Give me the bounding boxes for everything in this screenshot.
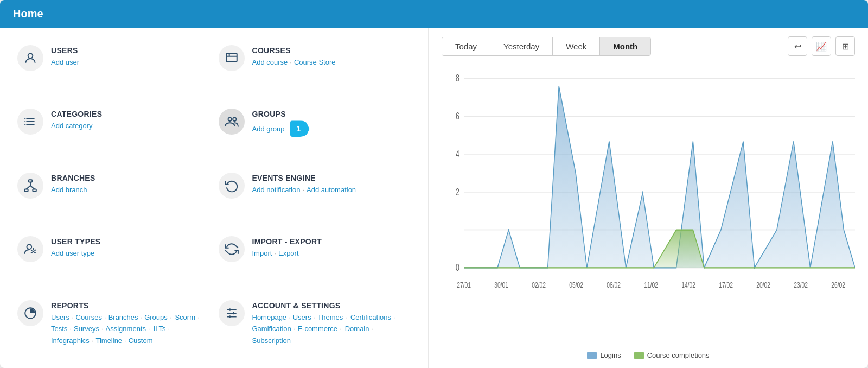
categories-icon <box>23 115 37 129</box>
add-course-link[interactable]: Add course <box>252 57 288 68</box>
reports-timeline-link[interactable]: Timeline <box>95 335 122 346</box>
import-export-icon-circle <box>219 236 245 262</box>
section-categories: CATEGORIES Add category <box>13 102 214 166</box>
reports-scorm-link[interactable]: Scorm <box>175 312 195 323</box>
svg-line-16 <box>26 186 30 189</box>
certifications-link[interactable]: Certifications <box>350 312 391 323</box>
section-reports: REPORTS Users · Courses · Branches · Gro… <box>13 294 214 357</box>
users-icon-circle <box>17 45 43 71</box>
svg-point-8 <box>24 121 25 122</box>
import-export-text: IMPORT - EXPORT Import · Export <box>252 236 322 259</box>
events-engine-text: EVENTS ENGINE Add notification · Add aut… <box>252 173 356 195</box>
reports-tests-link[interactable]: Tests <box>51 323 67 334</box>
reports-ilts-link[interactable]: ILTs <box>154 323 166 334</box>
svg-point-11 <box>233 118 237 122</box>
user-types-title: USER TYPES <box>51 237 101 246</box>
homepage-link[interactable]: Homepage <box>252 312 287 323</box>
add-user-type-link[interactable]: Add user type <box>51 248 94 259</box>
svg-text:26/02: 26/02 <box>831 281 845 289</box>
svg-line-17 <box>30 186 35 189</box>
svg-point-19 <box>33 251 34 252</box>
account-settings-icon-circle <box>219 300 245 326</box>
reports-assignments-link[interactable]: Assignments <box>106 323 146 334</box>
settings-users-link[interactable]: Users <box>293 312 311 323</box>
reports-icon-circle <box>17 300 43 326</box>
chart-controls: Today Yesterday Week Month ↩ 📈 ⊞ <box>442 36 855 56</box>
events-engine-title: EVENTS ENGINE <box>252 174 356 182</box>
grid-chart-icon[interactable]: ⊞ <box>835 36 855 56</box>
reports-title: REPORTS <box>51 301 206 310</box>
reports-branches-link[interactable]: Branches <box>108 312 138 323</box>
add-branch-link[interactable]: Add branch <box>51 185 87 195</box>
add-notification-link[interactable]: Add notification <box>252 185 301 195</box>
import-link[interactable]: Import <box>252 248 272 259</box>
line-chart-icon[interactable]: 📈 <box>812 36 831 56</box>
legend-completions: Course completions <box>634 351 710 359</box>
account-settings-links: Homepage · Users · Themes · Certificatio… <box>252 312 407 346</box>
svg-text:05/02: 05/02 <box>569 281 583 289</box>
export-link[interactable]: Export <box>278 248 299 259</box>
subscription-link[interactable]: Subscription <box>252 335 291 346</box>
course-store-link[interactable]: Course Store <box>294 57 336 68</box>
svg-rect-14 <box>33 189 36 191</box>
svg-rect-1 <box>226 53 237 61</box>
courses-links: Add course · Course Store <box>252 57 336 68</box>
reports-infographics-link[interactable]: Infographics <box>51 335 90 346</box>
section-groups: GROUPS Add group 1 <box>214 102 416 166</box>
gamification-link[interactable]: Gamification <box>252 323 291 334</box>
tab-week[interactable]: Week <box>553 37 600 55</box>
courses-text: COURSES Add course · Course Store <box>252 45 336 68</box>
tab-month[interactable]: Month <box>600 37 650 55</box>
reports-custom-link[interactable]: Custom <box>129 335 153 346</box>
svg-point-0 <box>28 53 33 58</box>
legend-completions-box <box>634 352 644 359</box>
import-export-title: IMPORT - EXPORT <box>252 237 322 246</box>
section-user-types: USER TYPES Add user type <box>13 230 214 293</box>
tab-today[interactable]: Today <box>442 37 490 55</box>
add-user-link[interactable]: Add user <box>51 57 79 68</box>
add-automation-link[interactable]: Add automation <box>307 185 356 195</box>
section-users: USERS Add user <box>13 39 214 102</box>
svg-text:17/02: 17/02 <box>719 281 733 289</box>
account-settings-text: ACCOUNT & SETTINGS Homepage · Users · Th… <box>252 300 407 346</box>
ecommerce-link[interactable]: E-commerce <box>297 323 337 334</box>
chart-svg: 8 6 4 2 0 <box>442 62 855 347</box>
legend-logins: Logins <box>587 351 621 359</box>
users-links: Add user <box>51 57 79 68</box>
svg-rect-12 <box>29 180 33 182</box>
reports-users-link[interactable]: Users <box>51 312 69 323</box>
domain-link[interactable]: Domain <box>345 323 369 334</box>
tab-yesterday[interactable]: Yesterday <box>490 37 553 55</box>
categories-text: CATEGORIES Add category <box>51 109 102 131</box>
svg-text:08/02: 08/02 <box>607 281 621 289</box>
left-panel: USERS Add user COURSES Add <box>0 28 429 368</box>
add-category-link[interactable]: Add category <box>51 120 93 131</box>
legend-completions-label: Course completions <box>647 351 710 359</box>
chart-legend: Logins Course completions <box>442 347 855 359</box>
history-chart-icon[interactable]: ↩ <box>788 36 807 56</box>
groups-icon-circle <box>219 109 245 135</box>
right-panel: Today Yesterday Week Month ↩ 📈 ⊞ <box>429 28 868 368</box>
section-import-export: IMPORT - EXPORT Import · Export <box>214 230 416 293</box>
app-header: Home <box>0 0 868 28</box>
groups-badge: 1 <box>290 120 310 137</box>
svg-point-9 <box>24 124 25 125</box>
reports-courses-link[interactable]: Courses <box>76 312 102 323</box>
user-types-icon-circle <box>17 236 43 262</box>
add-group-link[interactable]: Add group <box>252 124 285 135</box>
svg-text:8: 8 <box>456 73 459 84</box>
svg-rect-13 <box>24 189 28 191</box>
svg-text:14/02: 14/02 <box>681 281 695 289</box>
reports-links: Users · Courses · Branches · Groups · Sc… <box>51 312 206 346</box>
branches-icon-circle <box>17 173 43 199</box>
svg-text:02/02: 02/02 <box>532 281 546 289</box>
svg-point-18 <box>27 245 32 250</box>
users-title: USERS <box>51 46 79 55</box>
svg-text:2: 2 <box>456 186 459 197</box>
chart-svg-container: 8 6 4 2 0 <box>442 62 855 347</box>
themes-link[interactable]: Themes <box>317 312 343 323</box>
reports-groups-link[interactable]: Groups <box>144 312 168 323</box>
reports-surveys-link[interactable]: Surveys <box>74 323 99 334</box>
user-icon <box>23 51 37 65</box>
main-content: USERS Add user COURSES Add <box>0 28 868 368</box>
